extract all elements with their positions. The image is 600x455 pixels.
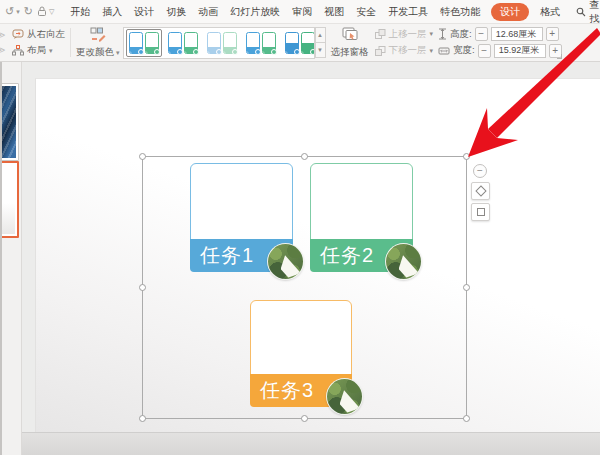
- task-2-avatar[interactable]: [385, 243, 422, 280]
- style-preview-card: [129, 32, 143, 54]
- quick-access-toolbar: ↺ ▾ ↻ ▽: [5, 6, 54, 17]
- wps-presentation-window: ↺ ▾ ↻ ▽ 开始 插入 设计 切换 动画 幻灯片放映 审阅 视图 安全 开发…: [0, 0, 600, 455]
- style-preview-card: [168, 32, 182, 54]
- layout-dropdown-icon: ▾: [49, 47, 53, 55]
- redo-icon[interactable]: ↻: [24, 6, 33, 17]
- task-card-2[interactable]: 任务2: [310, 163, 413, 272]
- slide-thumbnail-2-selected[interactable]: [0, 161, 19, 238]
- task-card-1[interactable]: 任务1: [190, 163, 293, 272]
- lock-icon[interactable]: [37, 6, 47, 17]
- tab-special-features[interactable]: 特色功能: [434, 0, 486, 23]
- layout-label: 布局: [27, 44, 46, 57]
- task-1-avatar[interactable]: [267, 243, 304, 280]
- right-to-left-button[interactable]: 从右向左: [12, 28, 65, 41]
- tab-format[interactable]: 格式: [534, 0, 566, 23]
- tab-home[interactable]: 开始: [64, 0, 96, 23]
- tab-design[interactable]: 设计: [128, 0, 160, 23]
- style-thumbnail[interactable]: [282, 29, 315, 57]
- height-icon: [438, 28, 447, 40]
- style-preview-card: [223, 32, 237, 54]
- selection-handle[interactable]: [463, 153, 470, 160]
- bring-forward-button[interactable]: 上移一层 ▾: [375, 28, 434, 41]
- change-colors-label: 更改颜色: [76, 46, 114, 59]
- task-3-label: 任务3: [250, 377, 314, 404]
- find-button[interactable]: 查找: [576, 0, 599, 26]
- find-label: 查找: [589, 0, 599, 26]
- smartart-style-gallery: [123, 27, 315, 59]
- toolbar-options-chevron-icon[interactable]: ▽: [49, 8, 54, 16]
- selection-pane-label: 选择窗格: [331, 46, 369, 59]
- selection-pane-button[interactable]: 选择窗格: [328, 24, 372, 61]
- send-backward-icon: [375, 46, 386, 56]
- bring-forward-icon: [375, 29, 386, 39]
- add-shape-button[interactable]: [471, 182, 490, 200]
- selection-handle[interactable]: [139, 153, 146, 160]
- workspace: 任务1 任务2 任务3 −: [0, 62, 600, 455]
- speech-bubble-icon: [12, 29, 24, 40]
- style-thumbnail[interactable]: [243, 29, 279, 57]
- slide-2-preview: [0, 165, 15, 234]
- height-increase-button[interactable]: +: [546, 27, 559, 41]
- tab-animation[interactable]: 动画: [192, 0, 224, 23]
- ribbon: ≫ ≫ 从右向左 布局 ▾ 更改颜色▾: [0, 24, 600, 62]
- slide-thumbnail-panel: [0, 62, 22, 455]
- ribbon-tabs: 开始 插入 设计 切换 动画 幻灯片放映 审阅 视图 安全 开发工具 特色功能 …: [64, 0, 566, 23]
- height-decrease-button[interactable]: −: [475, 27, 488, 41]
- send-backward-button[interactable]: 下移一层 ▾: [375, 44, 434, 57]
- editing-canvas[interactable]: 任务1 任务2 任务3 −: [22, 62, 600, 455]
- style-thumbnail[interactable]: [126, 29, 162, 57]
- width-icon: [438, 46, 450, 56]
- tab-transitions[interactable]: 切换: [160, 0, 192, 23]
- slide-thumbnail-1[interactable]: [0, 83, 19, 161]
- selection-handle[interactable]: [139, 284, 146, 291]
- style-thumbnail[interactable]: [165, 29, 201, 57]
- style-preview-card: [262, 32, 276, 54]
- canvas-bottom-strip: [22, 432, 600, 455]
- selection-handle[interactable]: [463, 415, 470, 422]
- shape-style-button[interactable]: [471, 203, 490, 221]
- width-label: 宽度:: [453, 44, 475, 57]
- remove-item-button[interactable]: −: [473, 164, 487, 178]
- undo-dropdown-icon[interactable]: ▾: [16, 8, 20, 16]
- change-colors-button[interactable]: 更改颜色▾: [73, 24, 123, 61]
- tab-smartart-design-active[interactable]: 设计: [491, 3, 529, 21]
- selection-handle[interactable]: [463, 284, 470, 291]
- minus-icon: −: [477, 165, 483, 176]
- tab-view[interactable]: 视图: [318, 0, 350, 23]
- send-backward-label: 下移一层: [389, 44, 427, 57]
- tab-security[interactable]: 安全: [350, 0, 382, 23]
- color-palette-icon: [90, 27, 106, 42]
- gallery-more-icon[interactable]: ▼: [316, 42, 325, 57]
- tab-developer[interactable]: 开发工具: [382, 0, 434, 23]
- search-icon: [576, 7, 586, 17]
- width-decrease-button[interactable]: −: [478, 44, 491, 58]
- height-label: 高度:: [450, 28, 472, 41]
- width-value[interactable]: 15.92厘米: [494, 44, 546, 58]
- tab-bar: ↺ ▾ ↻ ▽ 开始 插入 设计 切换 动画 幻灯片放映 审阅 视图 安全 开发…: [0, 0, 600, 24]
- clipped-icon: ≫: [0, 45, 9, 55]
- change-colors-dropdown-icon: ▾: [116, 49, 120, 57]
- tab-review[interactable]: 审阅: [286, 0, 318, 23]
- layout-button[interactable]: 布局 ▾: [12, 44, 65, 57]
- gallery-scroll-up-icon[interactable]: ▲: [316, 28, 325, 42]
- style-thumbnail[interactable]: [204, 29, 240, 57]
- task-1-label: 任务1: [190, 242, 254, 269]
- clipped-icon: ≫: [0, 30, 9, 40]
- bring-forward-dropdown-icon: ▾: [430, 30, 434, 38]
- slide-1-preview-image: [0, 86, 16, 158]
- selection-pane-icon: [341, 27, 359, 42]
- style-preview-card: [207, 32, 221, 54]
- tab-slideshow[interactable]: 幻灯片放映: [224, 0, 286, 23]
- tab-insert[interactable]: 插入: [96, 0, 128, 23]
- panel-left-edge: [0, 62, 2, 455]
- selection-handle[interactable]: [301, 415, 308, 422]
- selection-handle[interactable]: [139, 415, 146, 422]
- task-3-avatar[interactable]: [326, 378, 363, 415]
- org-chart-icon: [12, 45, 24, 56]
- height-value[interactable]: 12.68厘米: [491, 27, 543, 41]
- style-preview-card: [145, 32, 159, 54]
- square-shape-icon: [477, 208, 485, 216]
- undo-icon[interactable]: ↺: [5, 6, 14, 17]
- selection-handle[interactable]: [301, 153, 308, 160]
- task-card-3[interactable]: 任务3: [250, 300, 352, 407]
